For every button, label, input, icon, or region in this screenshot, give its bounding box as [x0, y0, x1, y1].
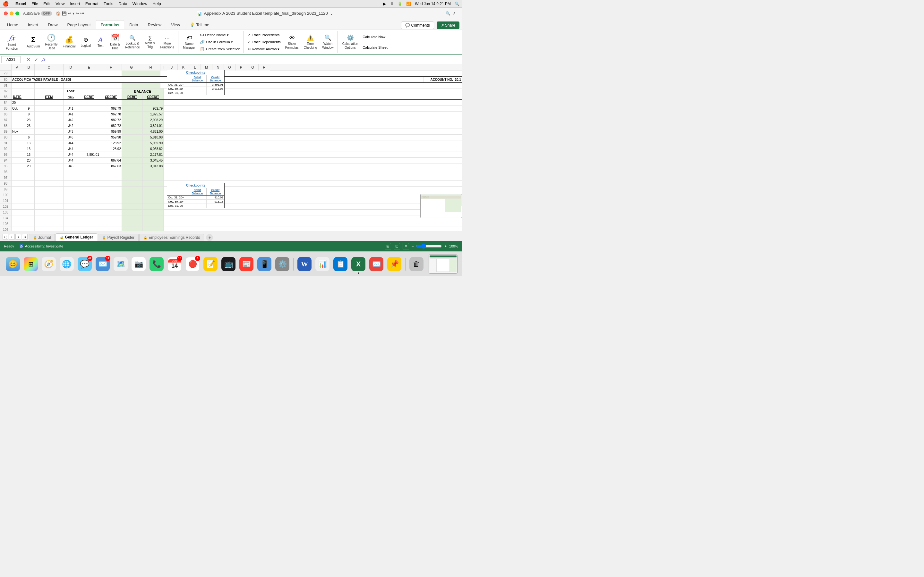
cell-h87[interactable]: 2,908.29	[143, 117, 164, 123]
cell-b89[interactable]	[23, 129, 35, 134]
remove-arrows-button[interactable]: ✂ Remove Arrows ▾	[246, 47, 283, 52]
cell-b102[interactable]	[23, 204, 35, 210]
cell-f98[interactable]	[100, 181, 122, 186]
col-header-k[interactable]: K	[178, 64, 189, 71]
row-number[interactable]: 80	[0, 77, 11, 82]
cell-b106[interactable]	[23, 227, 35, 231]
dock-photos[interactable]: 📷	[130, 256, 147, 272]
cell-c79[interactable]	[35, 71, 63, 76]
lookup-ref-button[interactable]: 🔍 Lookup &Reference	[123, 31, 142, 53]
cell-f93[interactable]	[100, 152, 122, 157]
col-header-n[interactable]: N	[212, 64, 224, 71]
sheet-tab-general-ledger[interactable]: 🔒 General Ledger	[55, 234, 97, 241]
col-header-g[interactable]: G	[122, 64, 141, 71]
row-number[interactable]: 88	[0, 123, 11, 129]
calculate-now-button[interactable]: Calculate Now	[360, 34, 389, 39]
cell-f96[interactable]	[100, 169, 122, 175]
col-header-c[interactable]: C	[35, 64, 63, 71]
cell-c106[interactable]	[35, 227, 63, 231]
tab-review[interactable]: Review	[144, 21, 166, 29]
cell-a105[interactable]	[11, 221, 23, 227]
dock-trash[interactable]: 🗑	[408, 256, 425, 272]
cell-rest86[interactable]	[164, 111, 462, 117]
cell-h88[interactable]: 3,891.01	[143, 123, 164, 129]
use-in-formula-button[interactable]: 🔗 Use in Formula ▾	[198, 39, 242, 45]
cell-b79[interactable]	[23, 71, 35, 76]
cell-date-header1[interactable]	[11, 89, 23, 94]
cell-f79[interactable]	[100, 71, 122, 76]
cell-a95[interactable]	[11, 163, 23, 169]
cell-a89[interactable]: Nov.	[11, 129, 23, 134]
dock-word[interactable]: W	[296, 256, 313, 272]
cell-d86[interactable]: J41	[63, 111, 78, 117]
row-number[interactable]: 99	[0, 187, 11, 192]
logical-button[interactable]: ⊕ Logical	[78, 31, 94, 53]
tab-page-layout[interactable]: Page Layout	[63, 21, 95, 29]
cell-rest103[interactable]	[164, 210, 462, 215]
calculation-options-button[interactable]: ⚙️ CalculationOptions	[340, 31, 360, 53]
cell-f85[interactable]: 962.79	[100, 106, 122, 111]
cell-c102[interactable]	[35, 204, 63, 210]
cell-a100[interactable]	[11, 192, 23, 198]
cell-d96[interactable]	[63, 169, 78, 175]
col-header-q[interactable]: Q	[247, 64, 258, 71]
cell-debit-subheader1[interactable]: DEBIT	[78, 94, 100, 99]
cell-g90[interactable]	[122, 135, 143, 140]
cell-credit-subheader1[interactable]: CREDIT	[100, 94, 122, 99]
cell-a104[interactable]	[11, 215, 23, 221]
cell-b96[interactable]	[23, 169, 35, 175]
cell-e87[interactable]	[78, 117, 100, 123]
cell-g93[interactable]	[122, 152, 143, 157]
row-number[interactable]: 93	[0, 152, 11, 157]
cell-e106[interactable]	[78, 227, 100, 231]
cell-e98[interactable]	[78, 181, 100, 186]
cell-bal-debit-subheader1[interactable]: DEBIT	[122, 94, 143, 99]
cell-b92[interactable]: 13	[23, 146, 35, 152]
cell-f106[interactable]	[100, 227, 122, 231]
cell-c89[interactable]	[35, 129, 63, 134]
formula-confirm-icon[interactable]: ✓	[33, 56, 39, 63]
cell-d89[interactable]: J43	[63, 129, 78, 134]
cell-b81[interactable]	[23, 83, 35, 88]
cell-a90[interactable]	[11, 135, 23, 140]
dock-chrome[interactable]: 🌐	[58, 256, 75, 272]
zoom-slider[interactable]	[416, 243, 442, 249]
cell-d88[interactable]: J42	[63, 123, 78, 129]
row-number[interactable]: 105	[0, 221, 11, 227]
cell-d79[interactable]	[63, 71, 78, 76]
cell-g103[interactable]	[122, 210, 143, 215]
row-number[interactable]: 103	[0, 210, 11, 215]
home-icon[interactable]: 🏠	[56, 11, 61, 16]
cell-f103[interactable]	[100, 210, 122, 215]
cell-h84[interactable]	[143, 100, 164, 105]
cell-c88[interactable]	[35, 123, 63, 129]
cell-h102[interactable]	[143, 204, 164, 210]
cell-item-subheader1[interactable]: ITEM	[35, 94, 63, 99]
cell-a93[interactable]	[11, 152, 23, 157]
cell-a85[interactable]: Oct.	[11, 106, 23, 111]
dock-syspreferences[interactable]: ⚙️	[274, 256, 291, 272]
col-header-e[interactable]: E	[78, 64, 100, 71]
cell-b101[interactable]	[23, 198, 35, 203]
col-header-r[interactable]: R	[258, 64, 270, 71]
cell-g98[interactable]	[122, 181, 143, 186]
cell-c103[interactable]	[35, 210, 63, 215]
cell-c96[interactable]	[35, 169, 63, 175]
tab-data[interactable]: Data	[125, 21, 142, 29]
cell-f91[interactable]: 128.92	[100, 140, 122, 146]
row-number[interactable]: 86	[0, 111, 11, 117]
cell-g84[interactable]	[122, 100, 143, 105]
cell-rest90[interactable]	[164, 135, 462, 140]
row-number[interactable]: 104	[0, 215, 11, 221]
undo-icon[interactable]: ↩	[68, 11, 71, 16]
cell-rest95[interactable]	[164, 163, 462, 169]
date-time-button[interactable]: 📅 Date &Time	[107, 31, 123, 53]
cell-h103[interactable]	[143, 210, 164, 215]
col-header-l[interactable]: L	[189, 64, 201, 71]
cell-f84[interactable]	[100, 100, 122, 105]
cell-b86[interactable]: 9	[23, 111, 35, 117]
cell-g85[interactable]	[122, 106, 143, 111]
cell-f95[interactable]: 867.63	[100, 163, 122, 169]
cell-a97[interactable]	[11, 175, 23, 181]
sheet-nav-prev[interactable]: ⟨	[9, 234, 15, 240]
